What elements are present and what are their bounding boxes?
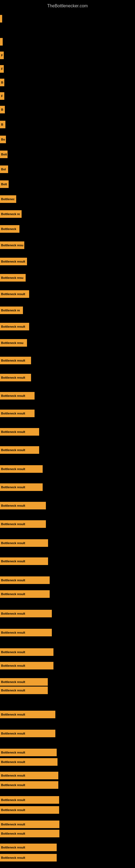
bar-row-4: B bbox=[0, 79, 4, 86]
bar-label-30: Bottleneck result bbox=[1, 504, 25, 507]
bar-label-21: Bottleneck resu bbox=[1, 341, 24, 344]
bar-row-28: Bottleneck result bbox=[0, 465, 43, 473]
bar-label-11: Bott bbox=[1, 183, 7, 186]
bar-row-42: Bottleneck result bbox=[0, 711, 55, 718]
bar-row-22: Bottleneck result bbox=[0, 357, 31, 364]
bar-40: Bottleneck result bbox=[0, 678, 48, 686]
bar-row-40: Bottleneck result bbox=[0, 678, 48, 686]
bar-row-37: Bottleneck result bbox=[0, 629, 52, 637]
bar-row-11: Bott bbox=[0, 180, 9, 188]
bar-row-8: Bo bbox=[0, 135, 6, 143]
bar-row-26: Bottleneck result bbox=[0, 428, 39, 436]
bar-row-48: Bottleneck result bbox=[0, 796, 59, 804]
bar-label-29: Bottleneck result bbox=[1, 486, 25, 489]
bar-label-4: B bbox=[1, 81, 3, 84]
bar-row-18: Bottleneck result bbox=[0, 290, 29, 298]
bar-label-22: Bottleneck result bbox=[1, 359, 25, 362]
bar-label-36: Bottleneck result bbox=[1, 612, 25, 615]
bar-45: Bottleneck result bbox=[0, 758, 57, 766]
bar-41: Bottleneck result bbox=[0, 686, 48, 694]
bar-23: Bottleneck result bbox=[0, 374, 31, 381]
bar-row-50: Bottleneck result bbox=[0, 820, 59, 828]
bar-35: Bottleneck result bbox=[0, 590, 50, 598]
bar-label-37: Bottleneck result bbox=[1, 631, 25, 634]
bar-46: Bottleneck result bbox=[0, 772, 58, 779]
bar-label-2: F bbox=[1, 54, 3, 57]
bar-row-10: Bol bbox=[0, 165, 8, 173]
bar-24: Bottleneck result bbox=[0, 392, 35, 400]
bar-16: Bottleneck result bbox=[0, 258, 27, 265]
bar-4: B bbox=[0, 79, 4, 86]
bar-label-42: Bottleneck result bbox=[1, 713, 25, 716]
bar-47: Bottleneck result bbox=[0, 781, 58, 789]
bar-row-51: Bottleneck result bbox=[0, 830, 59, 837]
bar-label-9: Bott bbox=[1, 153, 7, 156]
bar-row-2: F bbox=[0, 52, 4, 59]
bar-label-3: F bbox=[1, 67, 3, 70]
bar-row-44: Bottleneck result bbox=[0, 749, 57, 756]
bar-17: Bottleneck resu bbox=[0, 274, 26, 282]
bar-label-23: Bottleneck result bbox=[1, 376, 25, 379]
bar-36: Bottleneck result bbox=[0, 610, 52, 617]
bar-49: Bottleneck result bbox=[0, 806, 59, 814]
bar-12: Bottlenec bbox=[0, 195, 16, 203]
bar-51: Bottleneck result bbox=[0, 830, 59, 837]
bar-28: Bottleneck result bbox=[0, 465, 43, 473]
bar-label-20: Bottleneck result bbox=[1, 325, 25, 328]
bar-label-6: B bbox=[1, 108, 3, 111]
bar-row-14: Bottleneck bbox=[0, 225, 19, 233]
bar-13: Bottleneck re bbox=[0, 210, 21, 218]
bar-row-35: Bottleneck result bbox=[0, 590, 50, 598]
bar-row-52: Bottleneck result bbox=[0, 844, 57, 851]
bar-row-15: Bottleneck resu bbox=[0, 241, 24, 249]
bar-label-39: Bottleneck result bbox=[1, 664, 25, 667]
bar-3: F bbox=[0, 65, 4, 73]
bar-6: B bbox=[0, 106, 5, 113]
bar-label-46: Bottleneck result bbox=[1, 774, 25, 777]
bar-row-24: Bottleneck result bbox=[0, 392, 35, 400]
bar-1 bbox=[0, 38, 3, 45]
bar-row-3: F bbox=[0, 65, 4, 73]
bar-label-32: Bottleneck result bbox=[1, 541, 25, 545]
bar-row-21: Bottleneck resu bbox=[0, 339, 27, 347]
bar-row-38: Bottleneck result bbox=[0, 648, 53, 656]
bar-row-36: Bottleneck result bbox=[0, 610, 52, 617]
bar-label-47: Bottleneck result bbox=[1, 783, 25, 786]
bar-label-35: Bottleneck result bbox=[1, 592, 25, 596]
bar-21: Bottleneck resu bbox=[0, 339, 27, 347]
bar-5: F bbox=[0, 92, 4, 100]
bar-label-49: Bottleneck result bbox=[1, 808, 25, 812]
bar-row-16: Bottleneck result bbox=[0, 258, 27, 265]
bar-row-30: Bottleneck result bbox=[0, 502, 46, 509]
bar-label-31: Bottleneck result bbox=[1, 522, 25, 526]
bar-row-1 bbox=[0, 38, 3, 45]
bar-50: Bottleneck result bbox=[0, 820, 59, 828]
bar-14: Bottleneck bbox=[0, 225, 19, 233]
bar-row-45: Bottleneck result bbox=[0, 758, 57, 766]
bar-38: Bottleneck result bbox=[0, 648, 53, 656]
bar-label-13: Bottleneck re bbox=[1, 212, 20, 216]
bar-label-33: Bottleneck result bbox=[1, 560, 25, 563]
bar-33: Bottleneck result bbox=[0, 557, 48, 565]
bar-label-43: Bottleneck result bbox=[1, 732, 25, 735]
bar-26: Bottleneck result bbox=[0, 428, 39, 436]
bar-label-15: Bottleneck resu bbox=[1, 244, 24, 247]
bar-row-25: Bottleneck result bbox=[0, 410, 35, 417]
bar-row-5: F bbox=[0, 92, 4, 100]
bar-label-41: Bottleneck result bbox=[1, 689, 25, 692]
bar-9: Bott bbox=[0, 151, 8, 158]
bar-row-43: Bottleneck result bbox=[0, 730, 55, 737]
bar-row-41: Bottleneck result bbox=[0, 686, 48, 694]
bar-row-46: Bottleneck result bbox=[0, 772, 58, 779]
bar-52: Bottleneck result bbox=[0, 844, 57, 851]
bar-7: B bbox=[0, 121, 5, 128]
bar-37: Bottleneck result bbox=[0, 629, 52, 637]
bar-label-5: F bbox=[1, 94, 3, 98]
bar-53: Bottleneck result bbox=[0, 854, 57, 862]
bar-row-27: Bottleneck result bbox=[0, 446, 39, 454]
bar-label-28: Bottleneck result bbox=[1, 467, 25, 471]
bar-27: Bottleneck result bbox=[0, 446, 39, 454]
bar-row-7: B bbox=[0, 121, 5, 128]
bar-44: Bottleneck result bbox=[0, 749, 57, 756]
bar-42: Bottleneck result bbox=[0, 711, 55, 718]
